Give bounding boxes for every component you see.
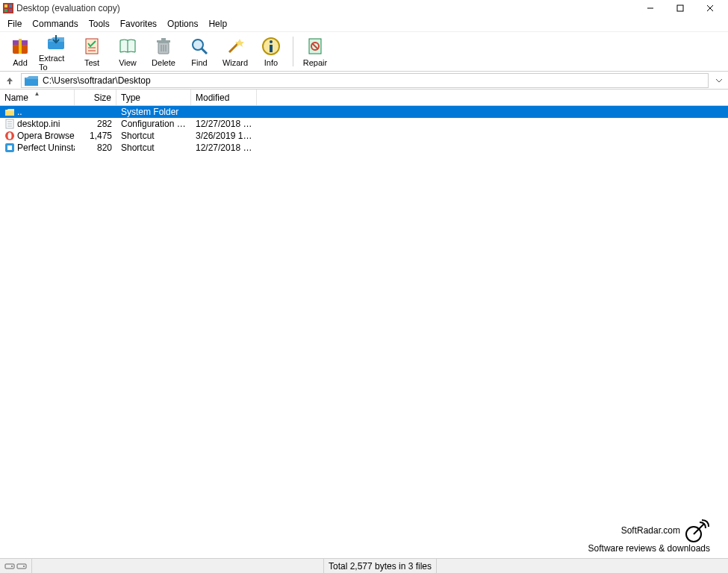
svg-point-25	[270, 40, 273, 43]
app-icon	[4, 143, 15, 153]
view-book-icon	[117, 36, 138, 57]
menu-bar: File Commands Tools Favorites Options He…	[0, 16, 728, 31]
address-bar: C:\Users\softradar\Desktop	[0, 72, 728, 90]
extract-button[interactable]: Extract To	[39, 33, 73, 70]
list-row[interactable]: Perfect Uninstall... 820 Shortcut 12/27/…	[0, 142, 728, 154]
find-button[interactable]: Find	[182, 33, 217, 70]
svg-point-41	[11, 566, 13, 567]
list-row-parent[interactable]: .. System Folder	[0, 106, 728, 118]
status-summary: Total 2,577 bytes in 3 files	[324, 559, 437, 573]
repair-icon	[305, 36, 326, 57]
menu-tools[interactable]: Tools	[84, 17, 114, 31]
view-button[interactable]: View	[111, 33, 145, 70]
add-button[interactable]: Add	[3, 33, 37, 70]
minimize-button[interactable]	[635, 0, 665, 16]
svg-rect-39	[7, 145, 12, 150]
column-modified[interactable]: Modified	[191, 90, 257, 105]
address-input[interactable]: C:\Users\softradar\Desktop	[21, 73, 709, 88]
svg-rect-6	[677, 5, 683, 11]
trash-icon	[153, 36, 174, 57]
svg-point-37	[8, 133, 12, 140]
svg-rect-16	[157, 40, 170, 43]
status-left	[0, 559, 32, 573]
svg-rect-13	[86, 39, 98, 54]
toolbar: Add Extract To Test View Delete Find Wiz…	[0, 31, 728, 72]
menu-favorites[interactable]: Favorites	[116, 17, 161, 31]
svg-rect-4	[9, 9, 12, 12]
svg-rect-11	[19, 39, 22, 54]
sort-asc-icon: ▲	[34, 90, 40, 97]
list-header: Name ▲ Size Type Modified	[0, 90, 728, 106]
test-button[interactable]: Test	[75, 33, 109, 70]
repair-button[interactable]: Repair	[298, 33, 332, 70]
info-button[interactable]: Info	[254, 33, 288, 70]
info-icon	[261, 36, 281, 57]
column-size[interactable]: Size	[75, 90, 116, 105]
list-row[interactable]: Opera Browser.lnk 1,475 Shortcut 3/26/20…	[0, 130, 728, 142]
svg-point-21	[193, 40, 203, 50]
svg-rect-42	[17, 564, 26, 569]
svg-rect-17	[161, 38, 166, 40]
title-bar: Desktop (evaluation copy)	[0, 0, 728, 16]
svg-point-43	[23, 566, 25, 567]
list-row[interactable]: desktop.ini 282 Configuration setti... 1…	[0, 118, 728, 130]
address-dropdown[interactable]	[713, 77, 725, 84]
svg-rect-26	[270, 45, 273, 52]
up-button[interactable]	[3, 74, 16, 87]
menu-file[interactable]: File	[3, 17, 26, 31]
menu-options[interactable]: Options	[163, 17, 202, 31]
column-name[interactable]: Name ▲	[0, 90, 75, 105]
close-button[interactable]	[695, 0, 725, 16]
app-icon	[3, 3, 13, 13]
extract-icon	[46, 31, 66, 52]
opera-icon	[4, 131, 15, 141]
status-bar: Total 2,577 bytes in 3 files	[0, 558, 728, 573]
find-icon	[189, 36, 210, 57]
address-path: C:\Users\softradar\Desktop	[43, 75, 151, 86]
delete-button[interactable]: Delete	[146, 33, 181, 70]
archive-icon	[10, 36, 31, 57]
toolbar-separator	[293, 37, 293, 66]
menu-help[interactable]: Help	[204, 17, 231, 31]
wizard-button[interactable]: Wizard	[218, 33, 252, 70]
svg-rect-2	[9, 4, 12, 7]
file-list[interactable]: .. System Folder desktop.ini 282 Configu…	[0, 106, 728, 558]
wizard-icon	[225, 36, 246, 57]
svg-rect-1	[4, 4, 7, 7]
ini-file-icon	[4, 119, 15, 129]
svg-rect-3	[4, 9, 7, 12]
disk-icons	[4, 562, 27, 571]
column-type[interactable]: Type	[116, 90, 191, 105]
menu-commands[interactable]: Commands	[28, 17, 82, 31]
folder-icon	[25, 75, 38, 86]
svg-line-22	[202, 48, 207, 54]
svg-rect-40	[5, 564, 14, 569]
parent-folder-icon	[4, 107, 15, 117]
test-icon	[81, 36, 102, 57]
maximize-button[interactable]	[665, 0, 695, 16]
window-title: Desktop (evaluation copy)	[16, 3, 635, 13]
